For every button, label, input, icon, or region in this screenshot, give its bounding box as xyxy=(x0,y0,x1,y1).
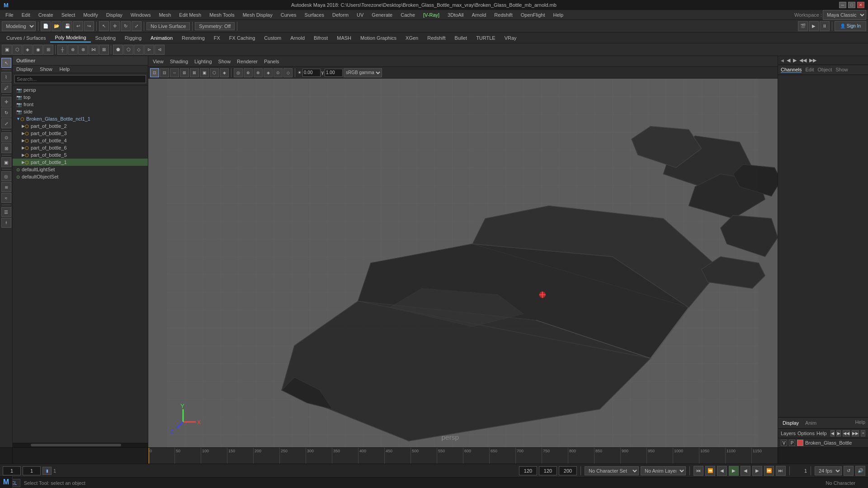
outliner-show-menu[interactable]: Show xyxy=(36,66,56,73)
menu-generate[interactable]: Generate xyxy=(368,11,396,19)
menu-modify[interactable]: Modify xyxy=(80,11,101,19)
options-label[interactable]: Options xyxy=(797,431,815,436)
menu-redshift[interactable]: Redshift xyxy=(491,11,516,19)
total-end-input[interactable] xyxy=(559,466,577,475)
cat-rendering[interactable]: Rendering xyxy=(177,34,209,42)
layers-left-button[interactable]: ☰ xyxy=(1,207,11,217)
audio-button[interactable]: 🔊 xyxy=(855,466,865,476)
menu-mesh[interactable]: Mesh xyxy=(155,11,175,19)
timeline-ruler[interactable]: 0501001502002503003504004505005506006507… xyxy=(148,448,778,464)
tree-item-bottle-group[interactable]: ▼ ⬡ Broken_Glass_Bottle_ncl1_1 xyxy=(13,115,148,122)
cat-rigging[interactable]: Rigging xyxy=(120,34,146,42)
menu-surfaces[interactable]: Surfaces xyxy=(301,11,328,19)
fps-dropdown[interactable]: 24 fps xyxy=(815,466,842,475)
outliner-help-menu[interactable]: Help xyxy=(56,66,74,73)
menu-curves[interactable]: Curves xyxy=(277,11,300,19)
viewport-lighting-menu[interactable]: Lighting xyxy=(193,59,214,64)
menu-uv[interactable]: UV xyxy=(353,11,367,19)
layers-back-btn[interactable]: ◀ xyxy=(830,430,835,436)
command-input-area[interactable]: Select Tool: select an object xyxy=(24,480,421,486)
layers-add-btn[interactable]: + xyxy=(861,430,865,436)
move-tool-button[interactable]: ✛ xyxy=(110,21,120,31)
close-button[interactable]: ✕ xyxy=(857,2,864,8)
cat-redshift[interactable]: Redshift xyxy=(423,34,450,42)
shelf-btn-7[interactable]: ⊕ xyxy=(68,45,78,55)
vp-toolbar-btn-9[interactable]: ◎ xyxy=(234,68,243,77)
cat-bullet[interactable]: Bullet xyxy=(450,34,472,42)
rotate-tool-left-button[interactable]: ↻ xyxy=(1,108,11,117)
tree-item-part1[interactable]: ▶ ⬡ part_of_bottle_1 xyxy=(13,159,148,166)
edit-tab[interactable]: Edit xyxy=(805,67,814,73)
viewport-show-menu[interactable]: Show xyxy=(217,59,233,64)
vp-toolbar-btn-1[interactable]: ⊡ xyxy=(150,68,159,77)
shelf-btn-10[interactable]: ⊠ xyxy=(99,45,109,55)
vp-toolbar-btn-12[interactable]: ◈ xyxy=(264,68,273,77)
play-fwd-button[interactable]: ▶ xyxy=(729,466,739,476)
shelf-btn-9[interactable]: ⋈ xyxy=(89,45,99,55)
h-scrollbar-thumb[interactable] xyxy=(31,444,121,446)
no-anim-layer-dropdown[interactable]: No Anim Layer xyxy=(641,466,686,475)
shelf-btn-2[interactable]: ⬡ xyxy=(12,45,22,55)
layers-back2-btn[interactable]: ◀◀ xyxy=(843,430,850,436)
nav-icon-4[interactable]: ▶▶ xyxy=(809,57,816,63)
menu-arnold[interactable]: Arnold xyxy=(468,11,490,19)
layers-fwd2-btn[interactable]: ▶▶ xyxy=(852,430,859,436)
shelf-btn-6[interactable]: ┼ xyxy=(57,45,67,55)
render-button[interactable]: 🎬 xyxy=(798,21,808,31)
menu-windows[interactable]: Windows xyxy=(127,11,155,19)
vp-toolbar-btn-4[interactable]: ⊞ xyxy=(180,68,189,77)
viewport-canvas[interactable]: X Y Z persp xyxy=(148,79,778,447)
lasso-button[interactable]: ⌇ xyxy=(1,72,11,82)
cat-custom[interactable]: Custom xyxy=(259,34,286,42)
tree-item-side[interactable]: 📷 side xyxy=(13,108,148,115)
scale-tool-left-button[interactable]: ⤢ xyxy=(1,118,11,128)
menu-display[interactable]: Display xyxy=(103,11,126,19)
vp-toolbar-btn-13[interactable]: ⊙ xyxy=(274,68,283,77)
scale-tool-button[interactable]: ⤢ xyxy=(132,21,142,31)
menu-vray[interactable]: [V-Ray] xyxy=(420,11,443,19)
menu-help[interactable]: Help xyxy=(550,11,567,19)
tree-item-top[interactable]: 📷 top xyxy=(13,94,148,101)
cat-fx[interactable]: FX xyxy=(209,34,225,42)
tree-item-part3[interactable]: ▶ ⬡ part_of_bottle_3 xyxy=(13,130,148,137)
current-frame-input[interactable] xyxy=(3,466,21,475)
shelf-btn-4[interactable]: ◉ xyxy=(33,45,43,55)
rotate-tool-button[interactable]: ↻ xyxy=(121,21,131,31)
vp-toolbar-btn-6[interactable]: ▣ xyxy=(200,68,209,77)
cat-turtle[interactable]: TURTLE xyxy=(472,34,500,42)
layer-visibility-btn[interactable]: V xyxy=(781,440,787,446)
layer-item[interactable]: V P Broken_Glass_Bottle xyxy=(778,438,868,447)
relax-button[interactable]: ≈ xyxy=(1,193,11,203)
grid-button[interactable]: ⊞ xyxy=(1,143,11,153)
go-to-start-button[interactable]: ⏮ xyxy=(693,466,703,476)
cat-vray[interactable]: VRay xyxy=(500,34,521,42)
paint-button[interactable]: 🖊 xyxy=(1,83,11,93)
tree-item-persp[interactable]: 📷 persp xyxy=(13,86,148,94)
viewport-panels-menu[interactable]: Panels xyxy=(262,59,281,64)
color-profile-dropdown[interactable]: sRGB gamma xyxy=(344,68,382,77)
menu-cache[interactable]: Cache xyxy=(397,11,419,19)
cat-bifrost[interactable]: Bifrost xyxy=(309,34,332,42)
pause-button[interactable]: ⏸ xyxy=(820,21,830,31)
menu-3dtoall[interactable]: 3DtoAll xyxy=(444,11,467,19)
menu-edit[interactable]: Edit xyxy=(18,11,34,19)
cat-sculpting[interactable]: Sculpting xyxy=(91,34,120,42)
cat-poly-modeling[interactable]: Poly Modeling xyxy=(50,33,90,42)
vp-toolbar-btn-7[interactable]: ⬡ xyxy=(210,68,219,77)
menu-openflight[interactable]: OpenFlight xyxy=(517,11,549,19)
save-scene-button[interactable]: 💾 xyxy=(62,21,72,31)
next-frame-button[interactable]: ▶ xyxy=(752,466,762,476)
minimize-button[interactable]: ─ xyxy=(839,2,846,8)
gamma-input[interactable] xyxy=(325,69,343,77)
tree-item-part6[interactable]: ▶ ⬡ part_of_bottle_6 xyxy=(13,144,148,151)
anim-tab[interactable]: Anim xyxy=(803,419,818,427)
workspace-dropdown[interactable]: Maya Classic xyxy=(823,10,866,20)
select-mode-button[interactable]: ↖ xyxy=(1,58,11,68)
cat-motion-graphics[interactable]: Motion Graphics xyxy=(356,34,401,42)
vp-toolbar-btn-11[interactable]: ⊗ xyxy=(254,68,263,77)
tree-item-part4[interactable]: ▶ ⬡ part_of_bottle_4 xyxy=(13,137,148,144)
crease-button[interactable]: ≋ xyxy=(1,182,11,192)
shelf-btn-12[interactable]: ⬠ xyxy=(123,45,133,55)
no-character-set-dropdown[interactable]: No Character Set xyxy=(585,466,639,475)
menu-mesh-tools[interactable]: Mesh Tools xyxy=(206,11,238,19)
